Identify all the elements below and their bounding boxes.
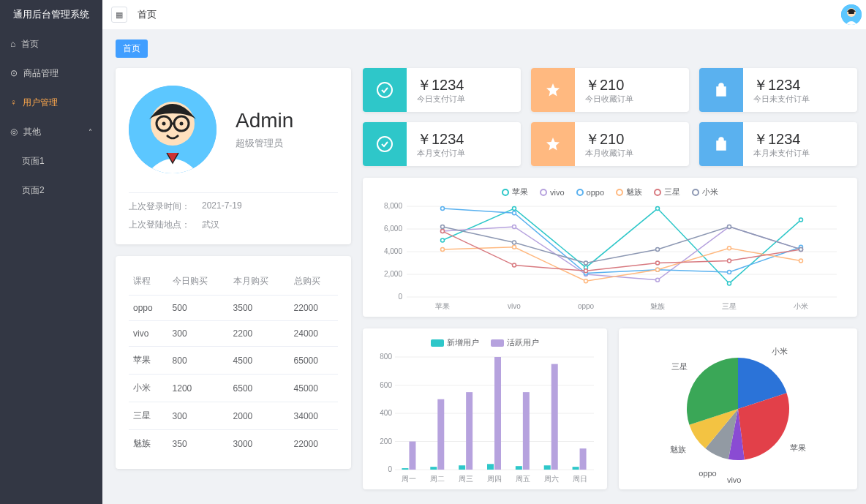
svg-point-51: [799, 259, 803, 263]
svg-text:周二: 周二: [430, 475, 445, 483]
sidebar-item-label: 页面2: [22, 184, 45, 197]
sidebar-item-products[interactable]: ⊙ 商品管理: [0, 59, 102, 88]
svg-point-10: [377, 83, 392, 97]
legend-item[interactable]: vivo: [540, 187, 565, 198]
svg-rect-79: [437, 399, 444, 470]
line-chart-card: 苹果vivooppo魅族三星小米 02,0004,0006,0008,000苹果…: [363, 178, 857, 317]
svg-point-63: [799, 247, 803, 251]
svg-point-33: [799, 218, 803, 222]
svg-rect-81: [459, 465, 465, 470]
user-icon: ♀: [10, 97, 17, 108]
breadcrumb: 首页: [138, 8, 157, 21]
sidebar-item-page2[interactable]: 页面2: [0, 176, 102, 205]
avatar[interactable]: [841, 4, 862, 25]
star-icon: [531, 122, 575, 166]
last-login-time: 2021-7-19: [202, 200, 242, 213]
table-header: 本月购买: [229, 268, 290, 296]
svg-point-54: [584, 269, 588, 273]
stat-card: ￥1234 今日未支付订单: [699, 68, 857, 112]
menu-toggle-button[interactable]: ▦: [111, 7, 127, 23]
svg-point-49: [656, 268, 660, 271]
pie-label: 魅族: [670, 444, 686, 455]
purchase-table: 课程今日购买本月购买总购买 oppo500350022000vivo300220…: [129, 268, 338, 457]
legend-item[interactable]: 魅族: [616, 187, 642, 198]
last-login-loc-label: 上次登陆地点：: [129, 219, 202, 231]
svg-rect-76: [409, 442, 415, 470]
stat-card: ￥1234 本月支付订单: [363, 122, 521, 166]
svg-point-60: [584, 261, 588, 265]
svg-point-32: [728, 282, 731, 285]
last-login-loc: 武汉: [202, 219, 219, 231]
play-icon: ⊙: [10, 68, 18, 78]
svg-text:三星: 三星: [722, 302, 737, 310]
stat-label: 今日支付订单: [417, 94, 511, 105]
svg-text:600: 600: [380, 381, 392, 389]
svg-rect-75: [402, 468, 408, 470]
svg-point-8: [162, 122, 166, 126]
legend-item[interactable]: 活跃用户: [491, 337, 539, 348]
legend-item[interactable]: 三星: [654, 187, 680, 198]
sidebar-item-users[interactable]: ♀ 用户管理: [0, 88, 102, 117]
svg-text:6,000: 6,000: [384, 225, 402, 233]
user-role: 超级管理员: [236, 137, 293, 150]
home-icon: ⌂: [10, 39, 15, 49]
legend-item[interactable]: 新增用户: [431, 337, 479, 348]
sidebar-item-page1[interactable]: 页面1: [0, 146, 102, 176]
grid-icon: ▦: [116, 10, 123, 20]
svg-text:魅族: 魅族: [650, 302, 665, 310]
svg-point-29: [513, 207, 516, 211]
stat-card: ￥1234 今日支付订单: [363, 68, 521, 112]
stat-card: ￥210 今日收藏订单: [531, 68, 689, 112]
legend-item[interactable]: 苹果: [502, 187, 528, 198]
svg-rect-2: [848, 12, 854, 14]
sidebar-item-label: 商品管理: [23, 67, 59, 80]
line-chart: 02,0004,0006,0008,000苹果vivooppo魅族三星小米: [376, 202, 844, 312]
table-row: 小米1200650045000: [129, 375, 338, 402]
user-card: Admin 超级管理员 上次登录时间： 2021-7-19 上次登陆地点： 武汉: [116, 68, 351, 244]
header: ▦ 首页: [102, 0, 866, 29]
svg-point-53: [513, 263, 516, 267]
app-title: 通用后台管理系统: [0, 0, 102, 29]
legend-item[interactable]: oppo: [576, 187, 604, 198]
svg-rect-93: [573, 467, 579, 470]
table-row: 三星300200034000: [129, 402, 338, 430]
stat-value: ￥1234: [753, 130, 847, 148]
svg-rect-90: [544, 465, 551, 470]
table-row: 魅族350300022000: [129, 430, 338, 458]
page-tag[interactable]: 首页: [116, 40, 148, 58]
table-header: 课程: [129, 268, 168, 296]
svg-text:周六: 周六: [544, 475, 559, 483]
svg-point-62: [728, 225, 731, 228]
chevron-up-icon: ˄: [89, 128, 92, 136]
svg-text:苹果: 苹果: [435, 302, 450, 310]
svg-text:vivo: vivo: [508, 302, 521, 310]
sidebar-item-home[interactable]: ⌂ 首页: [0, 29, 102, 59]
table-row: 苹果800450065000: [129, 347, 338, 375]
legend-item[interactable]: 小米: [692, 187, 718, 198]
sidebar-item-label: 首页: [21, 38, 39, 50]
bar-chart: 0200400600800周一周二周三周四周五周六周日: [372, 353, 598, 484]
stat-card: ￥210 本月收藏订单: [531, 122, 689, 166]
pie-label: vivo: [727, 475, 742, 484]
svg-rect-88: [523, 392, 530, 470]
stat-label: 本月收藏订单: [585, 148, 679, 159]
svg-point-61: [656, 247, 660, 251]
svg-point-31: [656, 207, 660, 211]
svg-point-37: [656, 278, 660, 282]
svg-point-47: [513, 245, 516, 249]
svg-point-50: [728, 247, 731, 250]
table-row: vivo300220024000: [129, 321, 338, 347]
svg-point-9: [180, 122, 184, 126]
pie-label: oppo: [699, 469, 716, 478]
pie-label: 苹果: [790, 443, 806, 454]
svg-point-11: [377, 137, 392, 151]
svg-text:小米: 小米: [794, 302, 808, 310]
stat-card: ￥1234 本月未支付订单: [699, 122, 857, 166]
avatar-large: [129, 86, 217, 173]
svg-text:200: 200: [380, 437, 392, 445]
svg-point-41: [513, 211, 516, 215]
sidebar-item-other[interactable]: ◎ 其他 ˄: [0, 117, 102, 146]
avatar-icon: [841, 4, 862, 25]
stat-value: ￥1234: [753, 76, 847, 94]
svg-text:0: 0: [388, 465, 392, 473]
